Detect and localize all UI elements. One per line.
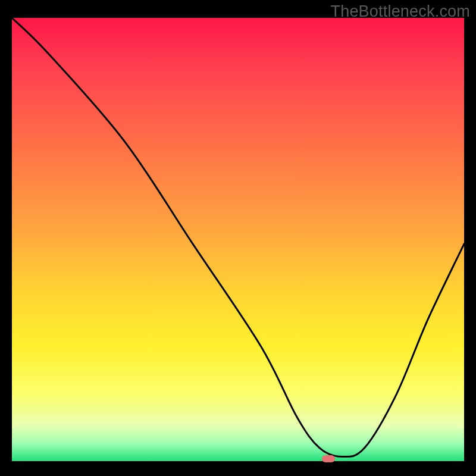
chart-container: TheBottleneck.com (0, 0, 476, 476)
plot-area (12, 18, 464, 461)
bottleneck-curve (12, 18, 464, 461)
optimal-point-marker (322, 455, 335, 462)
curve-path (12, 18, 464, 457)
watermark-text: TheBottleneck.com (330, 2, 470, 21)
